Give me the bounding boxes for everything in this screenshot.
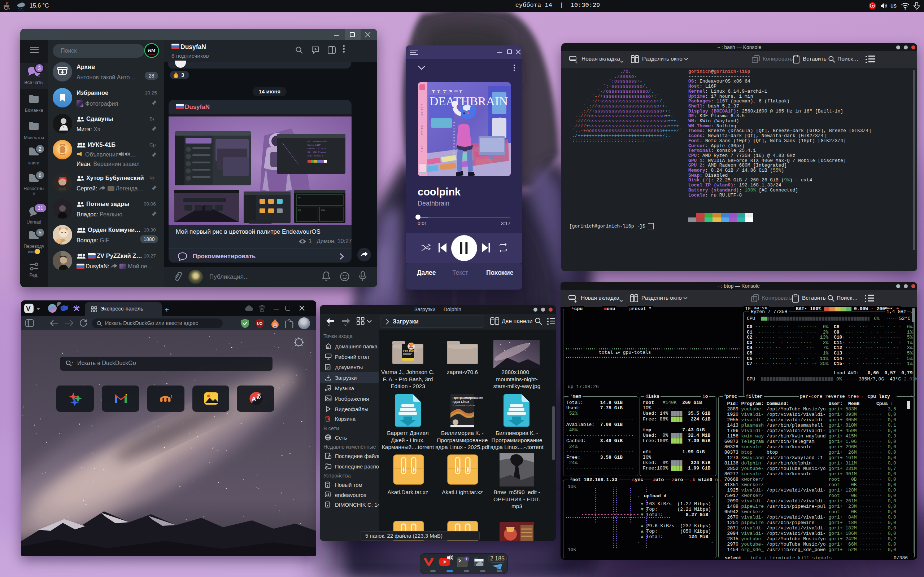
svg-text:cpu: cpu [298,197,301,199]
svg-text:Программирование: Программирование [452,396,483,400]
svg-text:OS: EndeavourOS: OS: EndeavourOS [307,140,327,143]
svg-text:p a r i s o n s: p a r i s o n s [499,117,502,140]
svg-text:0-8-s-d: 0-8-s-d [420,126,423,135]
svg-text:proc: proc [321,209,325,211]
svg-text:Встраиваемые устройства: Встраиваемые устройства [452,404,475,406]
svg-text:DE: KDE Plasma: DE: KDE Plasma [307,151,326,154]
svg-text:f o n t a s y n o i s e s: f o n t a s y n o i s e s [452,122,456,160]
svg-text:Kernel: 6.14.9: Kernel: 6.14.9 [307,148,326,150]
svg-text:ядра Linux: ядра Linux [452,400,469,403]
svg-text:mem: mem [298,209,301,211]
svg-text:CPU: Ryzen 7: CPU: Ryzen 7 [307,155,323,157]
svg-text:DEATHBRAIN: DEATHBRAIN [430,95,508,108]
svg-text:A: A [252,396,256,403]
svg-text:s-d-0-4-9: s-d-0-4-9 [420,104,423,116]
svg-text:4-9-s: 4-9-s [420,145,423,152]
svg-text:UO: UO [257,322,262,326]
svg-text:Host: L16P: Host: L16P [307,144,320,147]
svg-text:Pro Bash: Pro Bash [403,349,417,353]
